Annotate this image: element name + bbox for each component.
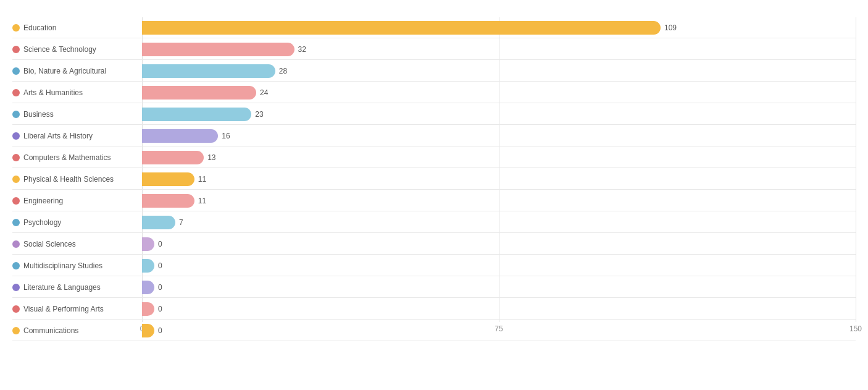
bar-label-text: Engineering <box>23 197 63 205</box>
bar-fill <box>142 43 294 56</box>
bar-label-text: Science & Technology <box>23 45 96 54</box>
bar-fill <box>142 281 154 294</box>
bar-row: Computers & Mathematics 13 <box>12 147 856 168</box>
bar-label: Literature & Languages <box>12 283 142 292</box>
bar-value: 13 <box>207 153 215 162</box>
bar-value: 32 <box>298 45 306 54</box>
bar-fill <box>142 129 218 143</box>
bar-label: Visual & Performing Arts <box>12 305 142 313</box>
bar-label-text: Business <box>23 110 54 119</box>
bar-label: Social Sciences <box>12 240 142 248</box>
bar-dot <box>12 305 20 313</box>
bar-track: 11 <box>142 169 856 189</box>
bar-label-text: Literature & Languages <box>23 283 101 292</box>
bar-label-text: Visual & Performing Arts <box>23 305 104 313</box>
bar-label-text: Physical & Health Sciences <box>23 175 114 184</box>
bar-fill <box>142 64 275 78</box>
bar-value: 0 <box>158 283 162 292</box>
bar-row: Multidisciplinary Studies 0 <box>12 255 856 276</box>
bar-dot <box>12 262 20 269</box>
bar-track: 32 <box>142 39 856 59</box>
bar-dot <box>12 46 20 53</box>
bar-label: Education <box>12 23 142 32</box>
bar-label: Psychology <box>12 218 142 227</box>
bar-row: Liberal Arts & History 16 <box>12 125 856 146</box>
bar-dot <box>12 284 20 291</box>
bar-value: 24 <box>260 88 268 97</box>
bar-track: 23 <box>142 104 856 124</box>
bar-label: Communications <box>12 326 142 335</box>
bar-fill <box>142 324 154 337</box>
bar-value: 16 <box>222 132 230 140</box>
bar-row: Arts & Humanities 24 <box>12 82 856 103</box>
bar-label: Business <box>12 110 142 119</box>
bar-dot <box>12 89 20 96</box>
bar-label-text: Liberal Arts & History <box>23 132 93 140</box>
bar-row: Psychology 7 <box>12 212 856 233</box>
bar-label: Bio, Nature & Agricultural <box>12 67 142 75</box>
bar-label-text: Multidisciplinary Studies <box>23 261 102 270</box>
bar-fill <box>142 259 154 273</box>
bar-dot <box>12 24 20 32</box>
bar-dot <box>12 240 20 248</box>
bar-track: 0 <box>142 320 856 341</box>
bar-fill <box>142 194 194 208</box>
bar-row: Social Sciences 0 <box>12 234 856 255</box>
bar-value: 11 <box>198 197 206 205</box>
bar-row: Engineering 11 <box>12 190 856 211</box>
bar-track: 0 <box>142 299 856 319</box>
bar-dot <box>12 111 20 118</box>
bar-value: 0 <box>158 305 162 313</box>
bar-row: Physical & Health Sciences 11 <box>12 169 856 190</box>
bar-row: Education 109 <box>12 17 856 38</box>
bar-dot <box>12 67 20 75</box>
bar-track: 0 <box>142 277 856 297</box>
bar-row: Literature & Languages 0 <box>12 277 856 298</box>
bar-row: Business 23 <box>12 104 856 125</box>
bar-value: 23 <box>255 110 263 119</box>
bar-track: 13 <box>142 147 856 167</box>
bar-value: 0 <box>158 261 162 270</box>
bar-label: Physical & Health Sciences <box>12 175 142 184</box>
bar-dot <box>12 219 20 226</box>
bar-fill <box>142 151 204 164</box>
bar-fill <box>142 172 194 186</box>
bar-label: Computers & Mathematics <box>12 153 142 162</box>
bar-value: 11 <box>198 175 206 184</box>
bar-row: Science & Technology 32 <box>12 39 856 60</box>
bar-dot <box>12 176 20 183</box>
bar-dot <box>12 132 20 140</box>
bar-track: 109 <box>142 17 856 38</box>
bar-track: 16 <box>142 125 856 146</box>
grid-line <box>856 17 856 322</box>
bar-value: 7 <box>179 218 183 227</box>
bar-label: Science & Technology <box>12 45 142 54</box>
bar-fill <box>142 237 154 251</box>
bar-fill <box>142 108 251 121</box>
bar-label: Liberal Arts & History <box>12 132 142 140</box>
bar-value: 0 <box>158 326 162 335</box>
bar-label-text: Psychology <box>23 218 61 227</box>
bar-label-text: Computers & Mathematics <box>23 153 111 162</box>
bar-row: Communications 0 <box>12 320 856 341</box>
bar-label-text: Social Sciences <box>23 240 76 248</box>
bar-row: Bio, Nature & Agricultural 28 <box>12 61 856 82</box>
bar-fill <box>142 21 661 35</box>
bar-dot <box>12 327 20 334</box>
bar-fill <box>142 302 154 316</box>
chart-area: Education 109 Science & Technology 32 Bi… <box>12 17 856 341</box>
bar-label-text: Arts & Humanities <box>23 88 83 97</box>
bar-track: 7 <box>142 212 856 232</box>
bar-track: 28 <box>142 61 856 81</box>
bar-track: 0 <box>142 255 856 276</box>
bar-value: 28 <box>279 67 287 75</box>
bar-label-text: Education <box>23 23 56 32</box>
bar-label-text: Communications <box>23 326 78 335</box>
bar-label: Multidisciplinary Studies <box>12 261 142 270</box>
bar-label: Arts & Humanities <box>12 88 142 97</box>
bar-value: 109 <box>664 23 677 32</box>
bar-label: Engineering <box>12 197 142 205</box>
bar-row: Visual & Performing Arts 0 <box>12 299 856 320</box>
bar-track: 24 <box>142 82 856 103</box>
bar-fill <box>142 86 256 100</box>
